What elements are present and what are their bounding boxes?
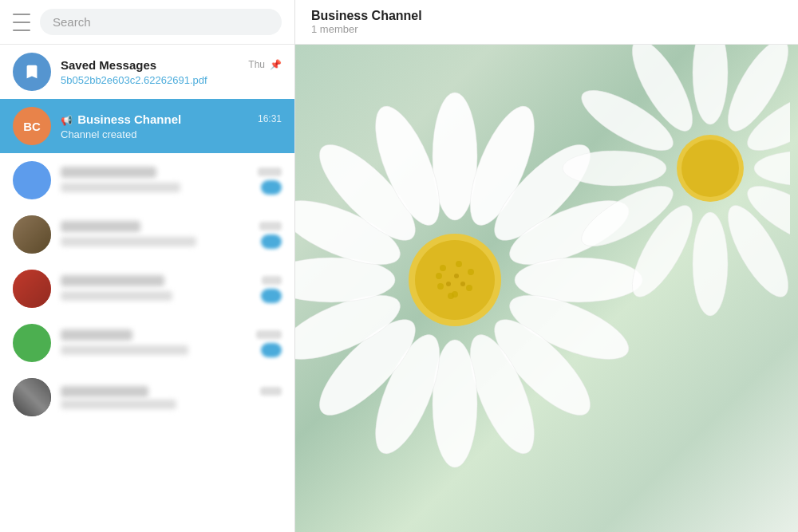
blurred-1-name-row: [61, 167, 282, 178]
svg-point-42: [681, 140, 739, 197]
svg-point-17: [415, 240, 495, 320]
blurred-preview-5: [61, 400, 176, 409]
saved-messages-name-row: Saved Messages Thu 📌: [61, 58, 282, 72]
svg-point-23: [437, 283, 444, 290]
chat-header: Business Channel 1 member: [295, 0, 798, 45]
blurred-preview-2: [61, 237, 196, 246]
svg-point-27: [446, 282, 451, 286]
business-channel-preview: Channel created: [61, 128, 282, 140]
blurred-name-3: [61, 275, 164, 286]
blurred-preview-1: [61, 183, 180, 192]
svg-point-24: [436, 273, 442, 279]
saved-messages-name: Saved Messages: [61, 58, 156, 72]
blurred-5-info: [61, 386, 282, 409]
avatar-saved: [13, 53, 51, 91]
svg-point-35: [693, 212, 728, 316]
svg-point-19: [456, 261, 462, 267]
blurred-preview-3: [61, 291, 172, 301]
avatar-blurred-4: [13, 324, 51, 362]
search-input[interactable]: [40, 9, 282, 35]
business-channel-name: 📢 Business Channel: [61, 112, 181, 126]
avatar-bc: BC: [13, 107, 51, 145]
saved-messages-preview: 5b052bb2e603c2.62262691.pdf: [61, 74, 282, 86]
svg-point-20: [468, 269, 474, 275]
blurred-time-5: [260, 387, 282, 396]
menu-icon[interactable]: [13, 14, 30, 31]
blurred-name-2: [61, 221, 140, 232]
pdf-link[interactable]: 5b052bb2e603c2.62262691.pdf: [61, 74, 207, 86]
blurred-time-4: [256, 330, 282, 339]
svg-point-29: [693, 45, 728, 124]
chat-header-name: Business Channel: [311, 9, 422, 23]
saved-messages-time: Thu: [248, 59, 265, 70]
business-channel-name-row: 📢 Business Channel 16:31: [61, 112, 282, 126]
blurred-name-1: [61, 167, 156, 178]
chat-item-blurred-5[interactable]: [0, 370, 294, 424]
avatar-blurred-1: [13, 161, 51, 199]
blurred-time-3: [262, 276, 282, 285]
chat-item-blurred-3[interactable]: [0, 262, 294, 316]
business-channel-time: 16:31: [258, 113, 282, 124]
blurred-badge-1: [261, 180, 282, 195]
svg-point-18: [440, 265, 446, 271]
saved-messages-info: Saved Messages Thu 📌 5b052bb2e603c2.6226…: [61, 58, 282, 86]
main-content: Business Channel 1 member: [295, 0, 798, 532]
blurred-badge-2: [261, 234, 282, 249]
blurred-time-2: [259, 222, 282, 231]
svg-point-26: [460, 282, 465, 286]
svg-point-28: [454, 274, 459, 278]
avatar-blurred-5: [13, 378, 51, 416]
blurred-badge-4: [261, 343, 282, 357]
blurred-name-5: [61, 386, 148, 397]
blurred-1-info: [61, 167, 282, 195]
chat-item-saved-messages[interactable]: Saved Messages Thu 📌 5b052bb2e603c2.6226…: [0, 45, 294, 99]
svg-point-32: [754, 151, 790, 186]
chat-item-blurred-1[interactable]: [0, 153, 294, 207]
pin-icon: 📌: [270, 59, 282, 70]
blurred-2-name-row: [61, 221, 282, 232]
avatar-blurred-3: [13, 270, 51, 308]
chat-item-business-channel[interactable]: BC 📢 Business Channel 16:31 Channel crea…: [0, 99, 294, 153]
blurred-3-name-row: [61, 275, 282, 286]
blurred-preview-4: [61, 345, 188, 355]
blurred-2-info: [61, 221, 282, 249]
blurred-4-name-row: [61, 329, 282, 341]
channel-broadcast-icon: 📢: [61, 115, 73, 126]
flower-background: [295, 45, 798, 532]
blurred-5-name-row: [61, 386, 282, 397]
blurred-name-4: [61, 329, 132, 341]
sidebar: Saved Messages Thu 📌 5b052bb2e603c2.6226…: [0, 0, 295, 532]
chat-item-blurred-4[interactable]: [0, 316, 294, 370]
avatar-blurred-2: [13, 215, 51, 254]
chat-header-info: Business Channel 1 member: [311, 9, 422, 35]
svg-point-38: [563, 151, 666, 186]
chat-body: [295, 45, 798, 532]
blurred-time-1: [258, 167, 282, 176]
chat-header-members: 1 member: [311, 23, 422, 35]
svg-point-25: [448, 293, 454, 299]
business-channel-info: 📢 Business Channel 16:31 Channel created: [61, 112, 282, 140]
chat-list: Saved Messages Thu 📌 5b052bb2e603c2.6226…: [0, 45, 294, 532]
blurred-4-info: [61, 329, 282, 357]
blurred-3-info: [61, 275, 282, 303]
chat-item-blurred-2[interactable]: [0, 207, 294, 262]
daisy-svg: [295, 45, 790, 532]
sidebar-header: [0, 0, 294, 45]
blurred-badge-3: [261, 289, 282, 303]
svg-point-21: [466, 285, 472, 291]
